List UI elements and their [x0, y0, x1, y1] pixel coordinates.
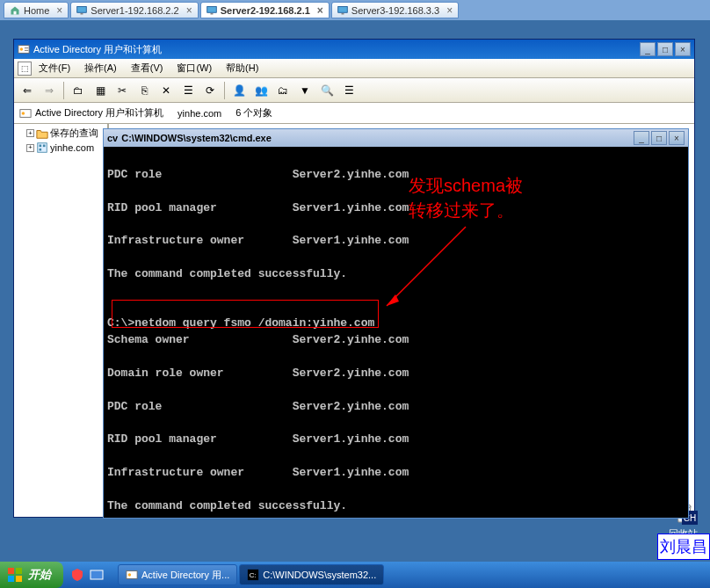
- tree-root-label: Active Directory 用户和计算机: [35, 106, 163, 120]
- add-button[interactable]: ☰: [339, 81, 359, 100]
- refresh-button[interactable]: ⟳: [200, 81, 220, 100]
- svg-point-7: [20, 47, 24, 51]
- cmd-icon: C:: [247, 569, 259, 581]
- windows-logo-icon: [7, 567, 23, 583]
- svg-line-16: [387, 227, 466, 306]
- cut-button[interactable]: ✂: [112, 81, 132, 100]
- monitor-icon: [206, 5, 217, 16]
- tab-close-icon[interactable]: ×: [446, 4, 453, 17]
- expand-icon[interactable]: +: [26, 129, 34, 137]
- separator: [63, 82, 64, 99]
- new-ou-button[interactable]: 🗂: [273, 81, 293, 100]
- svg-rect-19: [8, 568, 14, 574]
- show-hide-tree-button[interactable]: ▦: [91, 81, 110, 100]
- menu-file[interactable]: 文件(F): [32, 60, 77, 76]
- tab-label: Server2-192.168.2.1: [221, 5, 310, 16]
- expand-icon[interactable]: +: [26, 144, 34, 152]
- maximize-button[interactable]: □: [651, 131, 667, 145]
- cmd-title-text: C:\WINDOWS\system32\cmd.exe: [121, 133, 272, 143]
- task-items: Active Directory 用... C: C:\WINDOWS\syst…: [118, 564, 384, 585]
- mmc-icon[interactable]: ⬚: [18, 62, 32, 76]
- aduc-title-bar[interactable]: Active Directory 用户和计算机 _ □ ×: [14, 40, 694, 59]
- svg-point-25: [128, 573, 132, 577]
- tab-label: Server1-192.168.2.2: [91, 5, 178, 16]
- monitor-icon: [337, 5, 348, 16]
- find-button[interactable]: 🔍: [317, 81, 337, 100]
- svg-rect-4: [338, 6, 348, 12]
- aduc-menu-bar: ⬚ 文件(F) 操作(A) 查看(V) 窗口(W) 帮助(H): [14, 59, 694, 78]
- watermark-name: 刘晨昌: [657, 534, 710, 560]
- svg-rect-15: [40, 149, 42, 151]
- cmd-title-prefix: cv: [107, 133, 118, 143]
- svg-rect-8: [25, 47, 28, 48]
- menu-help[interactable]: 帮助(H): [219, 60, 265, 76]
- up-button[interactable]: 🗀: [69, 81, 88, 100]
- annotation-arrow: [378, 222, 483, 319]
- svg-point-11: [22, 112, 25, 115]
- aduc-toolbar: ⇐ ⇒ 🗀 ▦ ✂ ⎘ ✕ ☰ ⟳ 👤 👥 🗂 ▼ 🔍 ☰: [14, 78, 694, 103]
- tree-domain[interactable]: + yinhe.com: [26, 141, 105, 155]
- forward-button[interactable]: ⇒: [40, 81, 59, 100]
- svg-rect-22: [16, 576, 22, 582]
- svg-rect-21: [8, 576, 14, 582]
- info-objects: 6 个对象: [235, 106, 272, 120]
- cmd-title-bar[interactable]: cv C:\WINDOWS\system32\cmd.exe _ □ ×: [104, 129, 688, 147]
- tree-panel[interactable]: + 保存的查询 + yinhe.com: [14, 124, 109, 517]
- menu-window[interactable]: 窗口(W): [170, 60, 219, 76]
- task-cmd[interactable]: C: C:\WINDOWS\system32...: [239, 564, 384, 585]
- svg-rect-14: [43, 145, 46, 148]
- aduc-icon: [126, 569, 138, 581]
- taskbar: 开始 Active Directory 用... C: C:\WINDOWS\s…: [0, 562, 710, 588]
- minimize-button[interactable]: _: [640, 42, 656, 56]
- tab-close-icon[interactable]: ×: [186, 4, 192, 17]
- task-aduc[interactable]: Active Directory 用...: [118, 564, 237, 585]
- svg-rect-2: [206, 6, 216, 12]
- annotation-text: 发现schema被 转移过来了。: [409, 173, 523, 222]
- tab-home[interactable]: Home ×: [4, 2, 69, 18]
- menu-view[interactable]: 查看(V): [124, 60, 170, 76]
- task-label: Active Directory 用...: [141, 569, 229, 582]
- filter-button[interactable]: ▼: [295, 81, 315, 100]
- copy-button[interactable]: ⎘: [134, 81, 154, 100]
- svg-rect-12: [38, 143, 47, 153]
- cmd-output[interactable]: PDC role Server2.yinhe.com RID pool mana…: [104, 147, 688, 518]
- start-button[interactable]: 开始: [0, 562, 63, 588]
- tab-label: Server3-192.168.3.3: [351, 5, 439, 16]
- tab-server3[interactable]: Server3-192.168.3.3 ×: [331, 2, 459, 18]
- tab-close-icon[interactable]: ×: [56, 4, 62, 17]
- new-user-button[interactable]: 👤: [229, 81, 249, 100]
- tab-server2[interactable]: Server2-192.168.2.1 ×: [200, 2, 330, 18]
- tree-saved-queries[interactable]: + 保存的查询: [26, 126, 105, 141]
- tab-server1[interactable]: Server1-192.168.2.2 ×: [70, 2, 198, 18]
- aduc-icon: [18, 43, 30, 55]
- properties-button[interactable]: ☰: [178, 81, 198, 100]
- annotation-line2: 转移过来了。: [409, 198, 523, 222]
- info-domain: yinhe.com: [178, 108, 221, 119]
- svg-rect-1: [81, 13, 83, 15]
- tab-label: Home: [24, 5, 49, 16]
- svg-rect-20: [16, 568, 22, 574]
- svg-text:C:: C:: [250, 571, 257, 579]
- close-button[interactable]: ×: [675, 42, 691, 56]
- minimize-button[interactable]: _: [634, 131, 649, 145]
- folder-icon: [36, 127, 48, 140]
- svg-rect-3: [210, 13, 213, 15]
- delete-button[interactable]: ✕: [156, 81, 176, 100]
- svg-rect-5: [341, 13, 344, 15]
- new-group-button[interactable]: 👥: [251, 81, 271, 100]
- ql-desktop[interactable]: [88, 566, 105, 584]
- aduc-column-header: Active Directory 用户和计算机 yinhe.com 6 个对象: [14, 103, 694, 124]
- start-label: 开始: [28, 567, 51, 583]
- aduc-title-text: Active Directory 用户和计算机: [33, 43, 162, 56]
- tab-close-icon[interactable]: ×: [317, 4, 323, 17]
- close-button[interactable]: ×: [669, 131, 685, 145]
- task-label: C:\WINDOWS\system32...: [263, 570, 376, 580]
- svg-rect-13: [40, 145, 42, 148]
- ql-security[interactable]: [69, 566, 86, 584]
- aduc-icon: [19, 107, 32, 120]
- top-tab-bar: Home × Server1-192.168.2.2 × Server2-192…: [0, 0, 710, 20]
- back-button[interactable]: ⇐: [18, 81, 37, 100]
- quick-launch: [69, 566, 105, 584]
- menu-action[interactable]: 操作(A): [77, 60, 124, 76]
- maximize-button[interactable]: □: [657, 42, 673, 56]
